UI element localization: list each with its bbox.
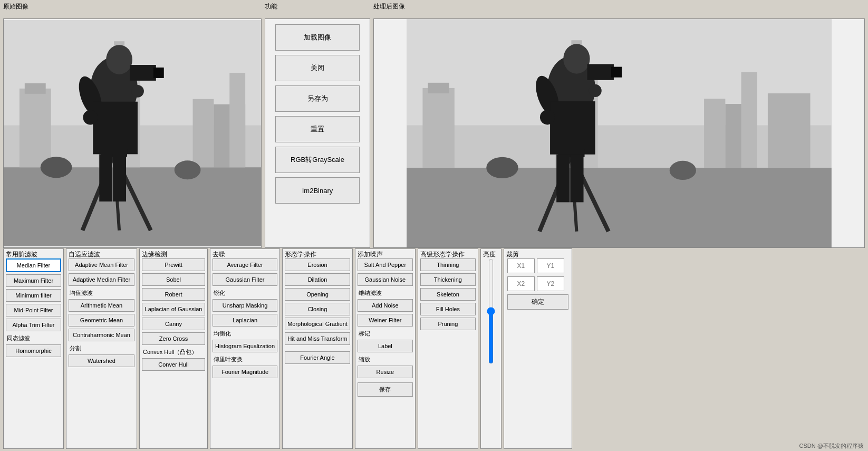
svg-rect-10 bbox=[130, 65, 156, 81]
unsharp-masking-btn[interactable]: Unsharp Masking bbox=[213, 299, 277, 312]
svg-rect-3 bbox=[20, 89, 51, 167]
crop-x2-input[interactable] bbox=[507, 276, 535, 291]
sharpening-label: 锐化 bbox=[213, 288, 277, 297]
gaussian-filter-btn[interactable]: Gaussian Filter bbox=[213, 273, 277, 286]
weiner-filter-btn[interactable]: Weiner Filter bbox=[358, 314, 413, 327]
robert-btn[interactable]: Robert bbox=[142, 288, 205, 301]
svg-rect-2 bbox=[4, 167, 261, 246]
contraharmonic-mean-btn[interactable]: Contraharmonic Mean bbox=[69, 329, 134, 341]
close-button[interactable]: 关闭 bbox=[275, 55, 360, 81]
adaptive-median-btn[interactable]: Adaptive Median Filter bbox=[69, 273, 134, 286]
common-filters-group: 常用阶滤波 Median Filter Maximum Filter Minim… bbox=[3, 248, 64, 449]
gaussian-noise-btn[interactable]: Gaussian Noise bbox=[358, 273, 413, 286]
resize-btn[interactable]: Resize bbox=[358, 366, 413, 378]
svg-rect-30 bbox=[422, 88, 454, 168]
average-filter-btn[interactable]: Average Filter bbox=[213, 258, 277, 271]
add-noise-btn[interactable]: Add Noise bbox=[358, 299, 413, 312]
histogram-eq-btn[interactable]: Histogram Equalization bbox=[213, 340, 277, 352]
alphatrim-filter-btn[interactable]: Alpha Trim Filter bbox=[6, 319, 61, 331]
brightness-label: 亮度 bbox=[483, 250, 496, 259]
thickening-btn[interactable]: Thickening bbox=[420, 273, 476, 286]
crop-label: 裁剪 bbox=[506, 250, 519, 259]
adaptive-filters-group: 自适应滤波 Adaptive Mean Filter Adaptive Medi… bbox=[66, 248, 137, 449]
resize-label: 缩放 bbox=[358, 354, 413, 363]
pruning-btn[interactable]: Pruning bbox=[420, 318, 476, 330]
svg-point-9 bbox=[106, 45, 132, 74]
mark-label: 标记 bbox=[358, 329, 413, 338]
arithmetic-mean-btn[interactable]: Arithmetic Mean bbox=[69, 299, 134, 312]
svg-point-53 bbox=[486, 157, 518, 178]
log-btn[interactable]: Laplacian of Gaussian bbox=[142, 303, 205, 315]
svg-rect-51 bbox=[741, 72, 757, 168]
fourier-angle-btn[interactable]: Fourier Angle bbox=[285, 351, 350, 364]
original-image-svg bbox=[4, 19, 261, 247]
brightness-group: 亮度 bbox=[480, 248, 501, 449]
equalization-label: 均衡化 bbox=[213, 329, 277, 338]
main-container: 原始图像 功能 处理后图像 bbox=[0, 0, 868, 451]
reset-button[interactable]: 重置 bbox=[275, 116, 360, 142]
svg-rect-45 bbox=[556, 155, 570, 203]
svg-rect-37 bbox=[587, 64, 614, 80]
erosion-btn[interactable]: Erosion bbox=[285, 258, 350, 271]
zerocross-btn[interactable]: Zero Cross bbox=[142, 332, 205, 345]
svg-rect-4 bbox=[25, 83, 46, 94]
geometric-mean-btn[interactable]: Geometric Mean bbox=[69, 314, 134, 327]
processed-image-svg bbox=[374, 19, 864, 247]
thinning-btn[interactable]: Thinning bbox=[420, 258, 476, 271]
converhull-btn[interactable]: Conver Hull bbox=[142, 358, 205, 371]
fill-holes-btn[interactable]: Fill Holes bbox=[420, 303, 476, 315]
salt-pepper-btn[interactable]: Salt And Pepper bbox=[358, 258, 413, 271]
label-btn[interactable]: Label bbox=[358, 340, 413, 352]
rgb2gray-button[interactable]: RGB转GrayScale bbox=[275, 147, 360, 173]
svg-rect-13 bbox=[93, 102, 138, 155]
homomorphic-btn[interactable]: Homomorphic bbox=[6, 344, 61, 357]
svg-rect-11 bbox=[153, 68, 164, 78]
svg-point-47 bbox=[540, 110, 555, 124]
median-filter-btn[interactable]: Median Filter bbox=[6, 258, 61, 272]
segmentation-label: 分割 bbox=[69, 343, 134, 352]
adaptive-mean-btn[interactable]: Adaptive Mean Filter bbox=[69, 258, 134, 271]
fourier-label: 傅里叶变换 bbox=[213, 354, 277, 363]
svg-point-25 bbox=[41, 157, 72, 178]
svg-rect-46 bbox=[570, 155, 583, 203]
svg-point-36 bbox=[563, 44, 590, 73]
skeleton-btn[interactable]: Skeleton bbox=[420, 288, 476, 301]
denoising-label: 去噪 bbox=[213, 250, 225, 259]
crop-y1-input[interactable] bbox=[537, 258, 564, 273]
hit-miss-btn[interactable]: Hit and Miss Transform bbox=[285, 332, 350, 345]
crop-y2-input[interactable] bbox=[537, 276, 564, 291]
svg-rect-29 bbox=[407, 168, 832, 247]
edge-detection-group: 边缘检测 Prewitt Sobel Robert Laplacian of G… bbox=[139, 248, 208, 449]
convex-hull-label: Convex Hull（凸包） bbox=[142, 347, 205, 356]
opening-btn[interactable]: Opening bbox=[285, 288, 350, 301]
svg-rect-31 bbox=[428, 83, 449, 93]
morphological-gradient-btn[interactable]: Morphological Gradient bbox=[285, 318, 350, 330]
midpoint-filter-btn[interactable]: Mid-Point Filter bbox=[6, 304, 61, 316]
sobel-btn[interactable]: Sobel bbox=[142, 273, 205, 286]
im2binary-button[interactable]: Im2Binary bbox=[275, 177, 360, 204]
laplacian-btn[interactable]: Laplacian bbox=[213, 314, 277, 327]
crop-xy1-row bbox=[507, 258, 568, 273]
save-as-button[interactable]: 另存为 bbox=[275, 85, 360, 112]
crop-xy2-row bbox=[507, 276, 568, 291]
crop-x1-input[interactable] bbox=[507, 258, 535, 273]
watershed-btn[interactable]: Watershed bbox=[69, 354, 134, 367]
svg-rect-22 bbox=[193, 99, 214, 167]
svg-point-48 bbox=[589, 84, 602, 97]
load-button[interactable]: 加载图像 bbox=[275, 24, 360, 51]
canny-btn[interactable]: Canny bbox=[142, 318, 205, 330]
dilation-btn[interactable]: Dilation bbox=[285, 273, 350, 286]
svg-rect-49 bbox=[704, 99, 725, 168]
maximum-filter-btn[interactable]: Maximum Filter bbox=[6, 274, 61, 287]
fourier-magnitude-btn[interactable]: Fourier Magnitude bbox=[213, 366, 277, 378]
prewitt-btn[interactable]: Prewitt bbox=[142, 258, 205, 271]
crop-confirm-btn[interactable]: 确定 bbox=[507, 294, 568, 310]
closing-btn[interactable]: Closing bbox=[285, 303, 350, 315]
svg-point-21 bbox=[131, 85, 144, 98]
save-btn[interactable]: 保存 bbox=[358, 382, 413, 397]
svg-rect-24 bbox=[229, 73, 245, 167]
svg-rect-18 bbox=[99, 154, 112, 201]
adaptive-filters-label: 自适应滤波 bbox=[69, 250, 100, 259]
brightness-slider[interactable] bbox=[486, 258, 496, 364]
minimum-filter-btn[interactable]: Minimum filter bbox=[6, 289, 61, 302]
